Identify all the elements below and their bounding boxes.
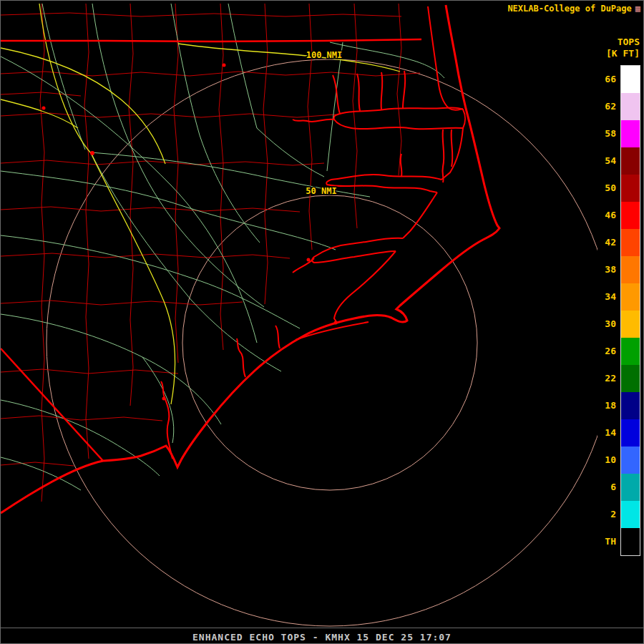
legend-value-label: TH [597, 527, 620, 555]
radar-viewer-screen: 100 NMI 50 NMI NEXLAB-College of DuPage … [0, 0, 644, 644]
legend-value-label: 2 [597, 500, 620, 527]
legend-color-swatch [621, 93, 640, 120]
legend-color-swatch [621, 256, 640, 283]
legend-color-swatch [621, 392, 640, 419]
legend-value-label: 58 [597, 119, 620, 147]
range-ring-50nmi [182, 195, 477, 490]
legend-value-label: 6 [597, 473, 620, 500]
product-caption: ENHANCED ECHO TOPS - KMHX 15 DEC 25 17:0… [1, 632, 643, 643]
legend-color-swatch [621, 338, 640, 365]
legend-color-swatch [621, 419, 640, 447]
legend-value-label: 30 [597, 310, 620, 337]
legend-color-swatch [621, 474, 640, 501]
legend-value-label: 22 [597, 364, 620, 391]
legend-color-swatch [621, 147, 640, 175]
legend-value-label: 62 [597, 92, 620, 119]
inner-ring-label: 50 NMI [306, 186, 336, 196]
legend: 66 62 58 54 50 46 42 38 34 30 26 22 [597, 65, 640, 556]
legend-title-product: TOPS [606, 36, 640, 48]
legend-color-swatch [621, 202, 640, 229]
legend-color-bar [620, 65, 640, 556]
legend-value-label: 66 [597, 65, 620, 92]
legend-color-swatch [621, 175, 640, 202]
legend-color-swatch [621, 447, 640, 474]
legend-color-swatch [621, 66, 640, 93]
legend-color-swatch [621, 528, 640, 555]
legend-value-label: 18 [597, 391, 620, 419]
legend-value-label: 46 [597, 201, 620, 228]
legend-color-swatch [621, 311, 640, 338]
legend-title-units: [K FT] [606, 48, 640, 59]
legend-value-label: 14 [597, 419, 620, 446]
legend-value-label: 38 [597, 255, 620, 283]
legend-value-label: 34 [597, 283, 620, 310]
legend-value-label: 26 [597, 337, 620, 364]
legend-color-swatch [621, 365, 640, 392]
city-markers [42, 64, 338, 401]
brand-text: NEXLAB-College of DuPage [507, 4, 631, 14]
legend-color-swatch [621, 501, 640, 528]
county-borders-layer [1, 4, 420, 502]
brand-banner: NEXLAB-College of DuPage ▦ [507, 4, 640, 14]
va-nc-border [1, 39, 421, 42]
coastline-state-borders-layer [1, 5, 499, 513]
radar-map: 100 NMI 50 NMI [1, 1, 644, 644]
legend-labels: 66 62 58 54 50 46 42 38 34 30 26 22 [597, 65, 620, 556]
outer-ring-label: 100 NMI [306, 50, 343, 60]
legend-value-label: 42 [597, 228, 620, 255]
legend-color-swatch [621, 283, 640, 311]
legend-value-label: 10 [597, 446, 620, 473]
nc-sc-border [1, 348, 103, 461]
roads-layer [1, 4, 444, 490]
footer-separator-line [1, 628, 643, 628]
legend-value-label: 50 [597, 174, 620, 201]
nexlab-logo-icon: ▦ [635, 4, 640, 14]
legend-color-swatch [621, 120, 640, 147]
legend-color-swatch [621, 229, 640, 256]
legend-value-label: 54 [597, 147, 620, 174]
ocean-coastline [1, 5, 499, 513]
legend-title: TOPS [K FT] [606, 36, 640, 59]
